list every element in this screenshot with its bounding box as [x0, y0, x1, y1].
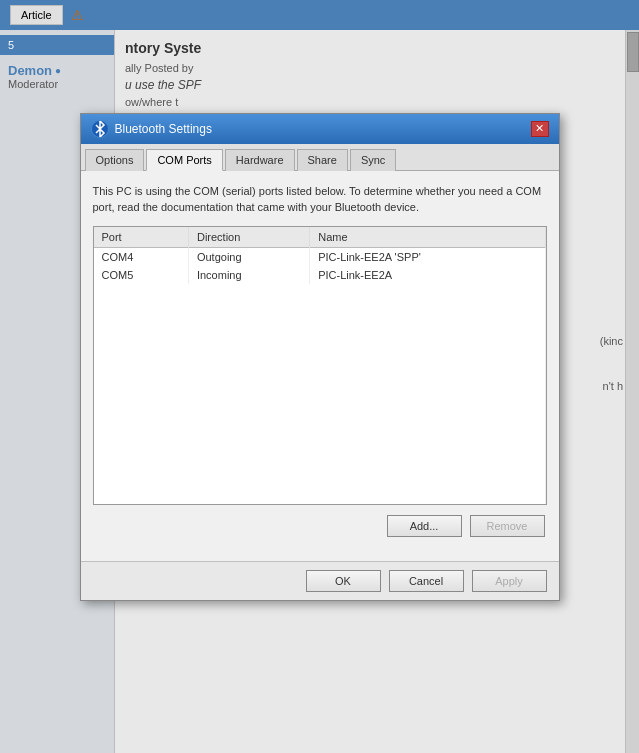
col-header-name: Name [310, 227, 545, 248]
table-spacer-row [94, 284, 546, 504]
table-row[interactable]: COM5 Incoming PIC-Link-EE2A [94, 266, 546, 284]
bottom-buttons-row: OK Cancel Apply [81, 561, 559, 600]
com-ports-table: Port Direction Name COM4 Outgoing PIC-Li… [94, 227, 546, 504]
close-button[interactable]: ✕ [531, 121, 549, 137]
tab-com-ports[interactable]: COM Ports [146, 149, 222, 171]
tab-bar: Options COM Ports Hardware Share Sync [81, 144, 559, 171]
dialog-titlebar: Bluetooth Settings ✕ [81, 114, 559, 144]
com-ports-table-container: Port Direction Name COM4 Outgoing PIC-Li… [93, 226, 547, 505]
tab-hardware[interactable]: Hardware [225, 149, 295, 171]
add-button[interactable]: Add... [387, 515, 462, 537]
cancel-button[interactable]: Cancel [389, 570, 464, 592]
cell-direction-2: Incoming [188, 266, 309, 284]
apply-button[interactable]: Apply [472, 570, 547, 592]
description-text: This PC is using the COM (serial) ports … [93, 183, 547, 216]
cell-name-2: PIC-Link-EE2A [310, 266, 545, 284]
tab-options[interactable]: Options [85, 149, 145, 171]
table-row[interactable]: COM4 Outgoing PIC-Link-EE2A 'SPP' [94, 247, 546, 266]
table-header-row: Port Direction Name [94, 227, 546, 248]
tab-share[interactable]: Share [297, 149, 348, 171]
col-header-direction: Direction [188, 227, 309, 248]
dialog-overlay: Bluetooth Settings ✕ Options COM Ports H… [0, 0, 639, 753]
bluetooth-icon [91, 120, 109, 138]
ok-button[interactable]: OK [306, 570, 381, 592]
titlebar-left: Bluetooth Settings [91, 120, 212, 138]
tab-sync[interactable]: Sync [350, 149, 396, 171]
remove-button[interactable]: Remove [470, 515, 545, 537]
action-buttons-row: Add... Remove [93, 515, 547, 537]
bluetooth-settings-dialog: Bluetooth Settings ✕ Options COM Ports H… [80, 113, 560, 601]
cell-direction-1: Outgoing [188, 247, 309, 266]
dialog-title: Bluetooth Settings [115, 122, 212, 136]
cell-name-1: PIC-Link-EE2A 'SPP' [310, 247, 545, 266]
dialog-body: This PC is using the COM (serial) ports … [81, 171, 559, 561]
col-header-port: Port [94, 227, 189, 248]
cell-port-2: COM5 [94, 266, 189, 284]
cell-port-1: COM4 [94, 247, 189, 266]
